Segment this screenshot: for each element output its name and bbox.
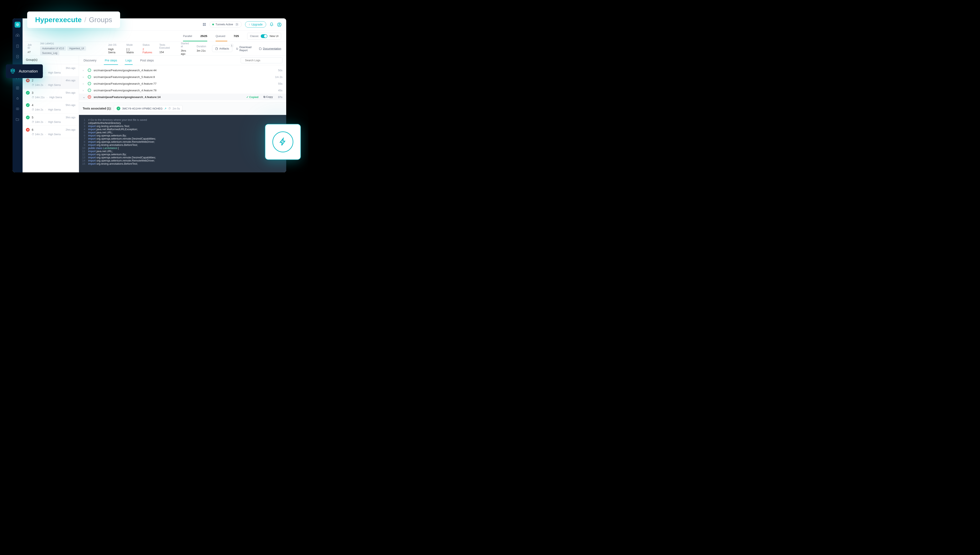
log-path: src/main/java/Features/googlesearch_4.fe… [94, 89, 157, 92]
tab-post-steps[interactable]: Post steps [139, 56, 155, 64]
breadcrumb-separator: / [84, 16, 86, 24]
ui-toggle[interactable]: Classic New UI [247, 33, 281, 40]
group-time: 3hrs ago [66, 67, 75, 70]
duration-value: 3m 21s [197, 49, 206, 52]
user-icon[interactable] [277, 22, 281, 27]
clock-icon: ⏱ 14m 2s [32, 120, 43, 124]
tunnels-label: Tunnels Active [216, 23, 233, 26]
fail-icon: ✕ [88, 95, 91, 99]
tab-pre-steps[interactable]: Pre steps [104, 56, 118, 64]
job-label-chip: Hypertest_UI [67, 46, 86, 51]
bolt-callout [265, 124, 301, 160]
job-label-chip: Automation UI V2.0 [40, 46, 66, 51]
pass-icon: ✓ [88, 69, 91, 72]
chevron-right-icon: › [83, 89, 85, 92]
copy-button[interactable]: ⧉ Copy [263, 95, 273, 99]
log-row[interactable]: ›✓src/main/java/Features/googlesearch_4.… [79, 67, 286, 74]
os-label: Job OS [108, 43, 121, 47]
log-time: 1m 2s [275, 75, 282, 79]
os-value: High Sierra [108, 48, 121, 54]
clock-icon: ⏱ 14m 2s [32, 108, 43, 111]
clock-icon: ⏱ [168, 107, 171, 110]
tab-logs[interactable]: Logs [125, 56, 133, 64]
test-chip[interactable]: ✓ 3MCY9-4G1HH-VPMBC-NOHEG ↗ ⏱ 2m 5s [114, 105, 183, 112]
group-item[interactable]: ✓53hrs ago⏱ 14m 2s· High Sierra [22, 114, 79, 126]
arrow-up-icon: ↑ [248, 23, 250, 26]
bug-icon[interactable] [15, 96, 20, 101]
automation-callout: Automation [6, 64, 43, 78]
chevron-right-icon: › [83, 82, 85, 85]
tunnels-pill[interactable]: Tunnels Active 3 [210, 21, 242, 27]
log-row[interactable]: ⌄✕src/main/java/Features/googlesearch_4.… [79, 94, 286, 100]
svg-rect-11 [204, 23, 206, 24]
log-row[interactable]: ›✓src/main/java/Features/googlesearch_5.… [79, 74, 286, 80]
log-path: src/main/java/Features/googlesearch_4.fe… [94, 96, 160, 99]
grid-view-icon[interactable] [202, 22, 206, 26]
tunnels-count: 3 [235, 23, 239, 26]
apple-icon: High Sierra [48, 133, 61, 136]
svg-point-15 [279, 23, 280, 25]
group-time: 5hrs ago [66, 104, 75, 107]
group-time: 4hrs ago [66, 79, 75, 82]
breadcrumb-sub: Groups [89, 16, 112, 24]
folder-icon[interactable] [15, 117, 20, 122]
group-time: 3hrs ago [66, 116, 75, 119]
jobid-label: Job ID [27, 43, 34, 49]
status-label: Status [143, 43, 153, 47]
queued-value: 7/25 [234, 34, 239, 38]
breadcrumb: Hyperexecute / Groups [27, 11, 120, 28]
artifacts-label: Artifacts [219, 47, 229, 50]
log-row[interactable]: ›✓src/main/java/Features/googlesearch_4.… [79, 80, 286, 87]
log-time: 45s [278, 89, 282, 92]
copied-indicator: ✓ Copied [246, 96, 259, 99]
svg-point-19 [13, 70, 14, 71]
group-item[interactable]: ✓45hrs ago⏱ 14m 2s· High Sierra [22, 101, 79, 114]
log-path: src/main/java/Features/googlesearch_4.fe… [94, 69, 157, 72]
apple-icon: High Sierra [48, 108, 61, 111]
log-row[interactable]: ›✓src/main/java/Features/googlesearch_4.… [79, 87, 286, 94]
log-path: src/main/java/Features/googlesearch_4.fe… [94, 82, 157, 85]
log-list: ›✓src/main/java/Features/googlesearch_4.… [79, 65, 286, 102]
bolt-icon [272, 132, 293, 152]
tests-assoc-label: Tests associated (1): [83, 107, 111, 110]
automation-label: Automation [19, 69, 38, 74]
labels-label: Job Label(s) [40, 42, 102, 45]
pass-icon: ✓ [88, 75, 91, 79]
toggle-switch[interactable] [261, 34, 267, 38]
battery-icon[interactable] [15, 44, 20, 48]
external-link-icon: ↗ [164, 107, 167, 110]
parallel-label: Parallel [183, 34, 192, 38]
tab-discovery[interactable]: Discovery [83, 56, 97, 64]
chevron-down-icon: ⌄ [83, 95, 85, 99]
status-dot-icon [212, 24, 214, 25]
group-number: 5 [32, 116, 34, 119]
search-logs[interactable] [241, 57, 282, 63]
upgrade-button[interactable]: ↑ Upgrade [245, 21, 266, 27]
search-input[interactable] [245, 59, 280, 62]
download-report-button[interactable]: Download Report [236, 46, 255, 52]
started-value: 3hrs ago [181, 49, 191, 55]
check-icon: ✓ [26, 115, 30, 119]
documentation-link[interactable]: Documentation [259, 47, 281, 50]
artifacts-button[interactable]: Artifacts 1 [212, 45, 232, 52]
svg-rect-13 [204, 24, 206, 26]
labels-list: Automation UI V2.0Hypertest_UISuccess_Lo… [40, 46, 102, 55]
check-icon: ✓ [26, 103, 30, 107]
svg-rect-12 [203, 24, 204, 26]
job-info-bar: Job ID #7 Job Label(s) Automation UI V2.… [22, 42, 286, 56]
x-icon: ✕ [26, 128, 30, 132]
layers-icon[interactable] [15, 107, 20, 111]
bell-icon[interactable] [269, 22, 274, 27]
tests-value: 154 [159, 51, 175, 54]
classic-label: Classic [250, 34, 259, 38]
group-time: 2hrs ago [66, 128, 75, 131]
check-icon: ✓ [117, 107, 120, 110]
group-item[interactable]: ✕62hrs ago⏱ 14m 2s· High Sierra [22, 126, 79, 138]
svg-rect-10 [203, 23, 204, 24]
tests-label: Tests Executed [159, 43, 175, 49]
mode-label: Mode [127, 43, 137, 47]
artifacts-badge: 1 [230, 44, 234, 47]
mode-value: [::] Matrix [127, 48, 137, 54]
group-time: 5hrs ago [66, 91, 75, 94]
apple-icon: High Sierra [50, 96, 62, 99]
